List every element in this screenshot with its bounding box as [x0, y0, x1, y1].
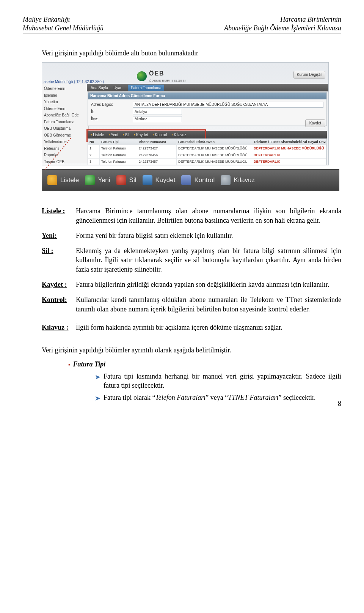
- kurum-degistir-button[interactable]: Kurum Değiştir: [293, 71, 325, 79]
- col-faturadaki: Faturadaki İsim/Ünvan: [177, 139, 252, 145]
- term-listele: Listele :: [42, 206, 76, 225]
- chart-icon: [181, 175, 191, 185]
- sidebar-item[interactable]: Yönetim: [43, 99, 88, 105]
- adres-label: Adres Bilgisi:: [91, 102, 133, 107]
- sidebar-item[interactable]: Fatura Tanımlama: [43, 119, 88, 126]
- tb-sil[interactable]: Sil: [122, 132, 129, 138]
- btn-kaydet[interactable]: Kaydet: [143, 175, 176, 185]
- subhead-fatura-tipi: Fatura Tipi: [68, 360, 341, 369]
- col-telekom: Telekom / TTNet Sistemindeki Ad Sayad Ün…: [252, 139, 326, 145]
- tb-kaydet[interactable]: Kaydet: [134, 132, 148, 138]
- tb-kontrol[interactable]: Kontrol: [152, 132, 167, 138]
- callout-leader-line: [42, 138, 111, 172]
- svg-line-0: [44, 138, 71, 170]
- logo-text: ÖEB: [149, 70, 165, 77]
- definitions: Listele :Harcama Birimince tanımlanmış o…: [42, 206, 341, 332]
- tb-kilavuz[interactable]: Kılavuz: [171, 132, 186, 138]
- desc-kaydet: Fatura bilgilerinin girildiği ekranda ya…: [76, 280, 341, 289]
- tb-yeni[interactable]: Yeni: [108, 132, 118, 138]
- desc-yeni: Forma yeni bir fatura bilgisi satırı ekl…: [76, 231, 341, 240]
- ilce-label: İlçe:: [91, 116, 133, 122]
- para-intro-bolumler: Veri girişinin yapıldığı bölümler ayrınt…: [42, 346, 341, 355]
- header-right: Harcama Birimlerinin Aboneliğe Bağlı Öde…: [224, 15, 341, 32]
- oeb-logo-icon: [137, 71, 147, 81]
- btn-listele[interactable]: Listele: [47, 175, 79, 185]
- save-icon: [143, 175, 152, 185]
- adres-field[interactable]: ANTALYA DEFTERDARLIĞI MUHASEBE MÜDÜRLÜĞÜ…: [133, 102, 323, 108]
- sidebar-item[interactable]: Aboneliğe Bağlı Öde: [43, 112, 88, 119]
- table-row[interactable]: 4Telefon Faturası2422373458DEFTERDARLIK …: [88, 165, 326, 165]
- minus-icon: [116, 175, 126, 185]
- sidebar-item[interactable]: İşlemler: [43, 92, 88, 99]
- term-kilavuz: Kılavuz :: [42, 323, 76, 332]
- btn-sil[interactable]: Sil: [116, 175, 136, 185]
- page-number: 8: [338, 399, 341, 408]
- form-panel-title: Harcama Birimi Adres Güncelleme Formu: [88, 93, 326, 99]
- grid-toolbar: Listele Yeni Sil Kaydet Kontrol Kılavuz: [88, 131, 327, 138]
- form-panel: Harcama Birimi Adres Güncelleme Formu Ad…: [88, 92, 327, 126]
- intro-text: Veri girişinin yapıldığı bölümde altı bu…: [42, 49, 341, 58]
- term-yeni: Yeni:: [42, 231, 76, 240]
- bullet-2: Fatura tipi olarak “Telefon Faturaları” …: [95, 393, 341, 403]
- kaydet-button[interactable]: Kaydet: [305, 119, 325, 127]
- btn-kilavuz[interactable]: Kılavuz: [221, 175, 255, 185]
- term-sil: Sil :: [42, 246, 76, 274]
- il-label: İl:: [91, 109, 133, 115]
- il-field[interactable]: Antalya: [133, 109, 182, 115]
- desc-listele: Harcama Birimince tanımlanmış olan abone…: [76, 206, 341, 225]
- bullet-1: Fatura tipi kısmında herhangi bir manuel…: [95, 372, 341, 390]
- help-icon: [221, 175, 231, 185]
- tab-fatura-tanimlama[interactable]: Fatura Tanımlama: [128, 85, 164, 91]
- plus-icon: [85, 175, 95, 185]
- tb-listele[interactable]: Listele: [91, 132, 104, 138]
- header-left-line1: Maliye Bakanlığı: [23, 15, 104, 24]
- refresh-icon: [47, 175, 57, 185]
- ttnet-faturalari: TTNET Faturaları: [228, 394, 278, 401]
- toolbar-zoom: Listele Yeni Sil Kaydet Kontrol Kılavuz: [42, 169, 339, 191]
- col-abone-no: Abone Numarası: [137, 139, 177, 145]
- sidebar-item[interactable]: Ödeme Emri: [43, 105, 88, 112]
- tab-ana-sayfa[interactable]: Ana Sayfa: [91, 85, 108, 91]
- table-row[interactable]: 1Telefon Faturası2422373427DEFTERDARLIK …: [88, 145, 326, 151]
- telefon-faturalari: Telefon Faturaları: [155, 394, 206, 401]
- sidebar-item[interactable]: OEB Gönderme: [43, 132, 88, 139]
- data-grid: No Fatura Tipi Abone Numarası Faturadaki…: [88, 138, 327, 165]
- header-right-line2: Aboneliğe Bağlı Ödeme İşlemleri Kılavuzu: [224, 24, 341, 33]
- term-kontrol: Kontrol:: [42, 295, 76, 314]
- desc-sil: Eklenmiş ya da eklenmekteyken yanlış yap…: [76, 246, 341, 274]
- desc-kontrol: Kullanıcılar kendi tanımlamış oldukları …: [76, 295, 341, 314]
- logo-subtext: ÖDEME EMRİ BELGESİ: [149, 79, 186, 82]
- sidebar-item[interactable]: OEB Oluşturma: [43, 125, 88, 132]
- table-row[interactable]: 2Telefon Faturası2422378456DEFTERDARLIK …: [88, 152, 326, 158]
- header-left: Maliye Bakanlığı Muhasebat Genel Müdürlü…: [23, 15, 104, 32]
- app-logo-area: ÖEB ÖDEME EMRİ BELGESİ: [137, 69, 186, 83]
- desc-kilavuz: İlgili form hakkında ayrıntılı bir açıkl…: [76, 323, 341, 332]
- table-row[interactable]: 3Telefon Faturası2422373457DEFTERDARLIK …: [88, 158, 326, 165]
- header-left-line2: Muhasebat Genel Müdürlüğü: [23, 24, 104, 33]
- ilce-field[interactable]: Merkez: [133, 116, 182, 122]
- term-kaydet: Kaydet :: [42, 280, 76, 289]
- header-right-line1: Harcama Birimlerinin: [224, 15, 341, 24]
- tab-uyari[interactable]: Uyarı: [113, 85, 122, 91]
- tab-ribbon: Ana Sayfa Uyarı Fatura Tanımlama: [87, 84, 328, 91]
- page-header: Maliye Bakanlığı Muhasebat Genel Müdürlü…: [23, 15, 341, 33]
- btn-yeni[interactable]: Yeni: [85, 175, 110, 185]
- sidebar-item[interactable]: Ödeme Emri: [43, 85, 88, 92]
- btn-kontrol[interactable]: Kontrol: [181, 175, 215, 185]
